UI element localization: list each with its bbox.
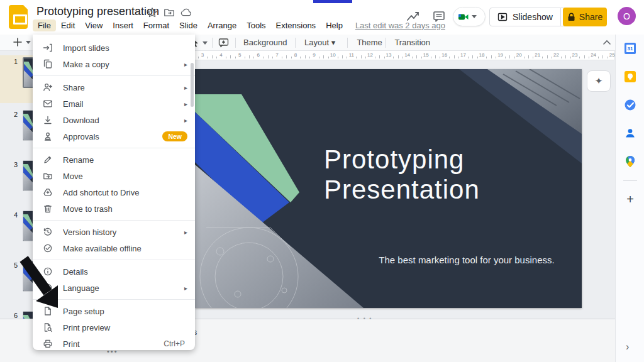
- menu-item-share[interactable]: Share▸: [33, 79, 195, 96]
- menu-item-print[interactable]: PrintCtrl+P: [33, 336, 195, 350]
- menubar-item-view[interactable]: View: [80, 19, 108, 31]
- cloud-status-icon[interactable]: [180, 7, 192, 18]
- menubar-item-edit[interactable]: Edit: [56, 19, 80, 31]
- menu-item-approvals[interactable]: ApprovalsNew: [33, 128, 195, 145]
- offline-icon: [43, 243, 53, 253]
- slides-logo-icon[interactable]: [9, 5, 28, 29]
- ruler-tick: [491, 55, 492, 58]
- menu-item-rename[interactable]: Rename: [33, 151, 195, 168]
- maps-panel-icon[interactable]: [624, 155, 636, 168]
- contacts-panel-icon[interactable]: [624, 127, 636, 140]
- slideshow-play-icon: [497, 12, 508, 22]
- submenu-arrow-icon: ▸: [184, 285, 187, 292]
- ruler-tick: [212, 55, 213, 58]
- menubar-item-help[interactable]: Help: [321, 19, 348, 31]
- menu-item-move-to-trash[interactable]: Move to trash: [33, 200, 195, 217]
- menu-item-move[interactable]: Move: [33, 168, 195, 184]
- ruler-tick: [454, 55, 455, 58]
- menu-item-label: Print preview: [63, 323, 110, 332]
- menu-item-label: Print: [63, 339, 80, 349]
- ruler-tick: [198, 57, 199, 58]
- menu-item-add-shortcut-to-drive[interactable]: Add shortcut to Drive: [33, 184, 195, 200]
- print-icon: [43, 339, 53, 349]
- menu-item-make-available-offline[interactable]: Make available offline: [33, 240, 195, 256]
- ruler-tick: [449, 57, 450, 58]
- menubar-item-file[interactable]: File: [33, 19, 56, 31]
- comment-history-icon[interactable]: [432, 9, 446, 23]
- menubar-item-extensions[interactable]: Extensions: [271, 19, 321, 31]
- menubar-item-arrange[interactable]: Arrange: [203, 19, 242, 31]
- ruler-tick: [435, 55, 436, 58]
- menu-item-label: Add shortcut to Drive: [63, 188, 139, 197]
- move-icon: [43, 171, 53, 181]
- menu-item-label: Language: [63, 283, 99, 293]
- toolbar-button-transition[interactable]: Transition: [391, 36, 434, 48]
- sparkle-assist-button[interactable]: ✦: [587, 70, 611, 92]
- menubar-item-slide[interactable]: Slide: [174, 19, 203, 31]
- menubar-item-insert[interactable]: Insert: [108, 19, 138, 31]
- share-button[interactable]: Share: [563, 8, 607, 26]
- document-title[interactable]: Prototyping presentation: [36, 5, 159, 18]
- menu-item-label: Make available offline: [63, 244, 142, 253]
- menu-item-label: Download: [63, 116, 99, 125]
- ruler-number: 17: [460, 52, 466, 58]
- ruler-number: 3: [201, 52, 204, 58]
- ruler-tick: [226, 57, 226, 58]
- account-avatar[interactable]: O: [618, 7, 636, 25]
- menu-item-version-history[interactable]: Version history▸: [33, 224, 195, 240]
- menu-item-label: Move to trash: [63, 204, 113, 214]
- move-folder-icon[interactable]: [164, 7, 175, 18]
- menubar-item-format[interactable]: Format: [138, 19, 174, 31]
- menu-item-print-preview[interactable]: Print preview: [33, 319, 195, 336]
- mouse-cursor-arrow: [16, 255, 67, 315]
- menu-item-make-a-copy[interactable]: Make a copy▸: [33, 56, 195, 72]
- new-slide-plus-icon[interactable]: [13, 37, 23, 47]
- toolbar-separator: [385, 38, 386, 48]
- keep-panel-icon[interactable]: [624, 70, 636, 83]
- hide-side-panel-icon[interactable]: ›: [626, 341, 629, 353]
- collapse-toolbar-icon[interactable]: [602, 39, 611, 47]
- ruler-tick: [402, 57, 403, 58]
- ruler-tick: [207, 57, 208, 58]
- download-icon: [43, 115, 53, 125]
- toolbar-button-layout[interactable]: Layout ▾: [301, 36, 339, 48]
- ruler-tick: [245, 57, 245, 58]
- ruler-tick: [584, 55, 585, 58]
- menu-item-email[interactable]: Email▸: [33, 96, 195, 112]
- add-comment-icon[interactable]: [218, 38, 229, 48]
- toolbar-button-background[interactable]: Background: [240, 36, 291, 48]
- email-icon: [43, 99, 53, 109]
- ruler-tick: [309, 57, 310, 58]
- ruler-tick: [263, 57, 264, 58]
- new-slide-caret-icon[interactable]: [26, 41, 31, 44]
- get-addons-button[interactable]: +: [624, 193, 636, 206]
- ruler-number: 25: [609, 52, 615, 58]
- select-tool-caret-icon[interactable]: [203, 41, 208, 45]
- ruler-tick: [305, 55, 306, 58]
- star-icon[interactable]: [147, 7, 158, 18]
- slide-canvas[interactable]: Prototyping Presentation The best market…: [195, 69, 582, 308]
- ruler-tick: [253, 57, 254, 58]
- menu-item-download[interactable]: Download▸: [33, 112, 195, 128]
- ruler-number: 5: [238, 52, 241, 58]
- menu-item-import-slides[interactable]: Import slides: [33, 40, 195, 56]
- ruler-tick: [416, 55, 417, 58]
- ruler-tick: [528, 55, 529, 58]
- toolbar-button-theme[interactable]: Theme: [353, 36, 386, 48]
- tasks-panel-icon[interactable]: [624, 99, 636, 111]
- ruler-tick: [398, 55, 399, 58]
- menubar-item-tools[interactable]: Tools: [242, 19, 270, 31]
- ruler-number: 6: [257, 52, 260, 58]
- ruler-number: 10: [330, 52, 336, 58]
- ruler-tick: [533, 57, 533, 58]
- meet-call-button[interactable]: [453, 7, 486, 26]
- trash-icon: [43, 204, 53, 214]
- ruler-tick: [412, 57, 413, 58]
- toolbar-separator: [212, 38, 213, 48]
- ruler-tick: [524, 57, 525, 58]
- calendar-panel-icon[interactable]: 31: [624, 42, 636, 55]
- activity-trend-icon[interactable]: [406, 9, 421, 24]
- ruler-tick: [365, 57, 366, 58]
- ruler-tick: [468, 57, 469, 58]
- ruler-tick: [598, 57, 599, 58]
